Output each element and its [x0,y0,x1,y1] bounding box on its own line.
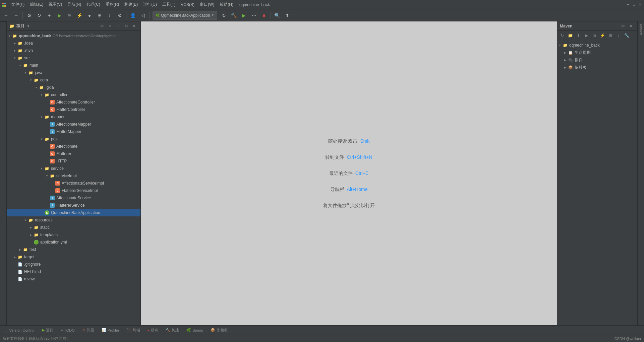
tree-java[interactable]: ▼ 📁 java [7,69,140,76]
maven-plugins[interactable]: ▶ 🔌 插件 [557,56,637,64]
back-button[interactable]: ← [1,11,11,20]
close-button[interactable]: ✕ [637,2,643,7]
tree-mvn[interactable]: ▶ 📁 .mvn [7,47,140,54]
tree-flatter-mapper[interactable]: I FlatterMapper [7,128,140,135]
build2-button[interactable]: 🔨 [229,11,239,20]
tree-main[interactable]: ▼ 📁 main [7,62,140,69]
status-tab-run[interactable]: ▶ 运行 [39,327,57,334]
menu-vcs[interactable]: VCS(S) [178,1,197,8]
menu-tools[interactable]: 工具(T) [160,1,178,8]
tree-flatterer[interactable]: C Flatterer [7,150,140,157]
forward-button[interactable]: → [11,11,21,20]
maven-download-btn[interactable]: ⬇ [575,32,582,39]
maven-toggle-btn[interactable]: ⚡ [599,32,606,39]
maven-settings-btn[interactable]: ⚙ [619,22,627,30]
tree-affectionate[interactable]: C Affectionate [7,143,140,150]
more-button[interactable]: ● [85,11,94,20]
menu-run[interactable]: 运行(U) [140,1,160,8]
tree-pojo[interactable]: ▼ 📁 pojo [7,135,140,143]
panel-dropdown-arrow[interactable]: ▼ [26,24,30,28]
sort-button[interactable]: ↕ [105,11,114,20]
maven-add-btn[interactable]: 📁 [567,32,574,39]
tree-service-impl-folder[interactable]: ▼ 📁 serviceImpl [7,172,140,180]
refresh-button[interactable]: ↻ [35,11,44,20]
tree-static[interactable]: ▶ 📁 static [7,224,140,231]
tree-affectionate-mapper[interactable]: I AffectionateMapper [7,121,140,128]
status-tab-profiler[interactable]: 📊 Profiler [98,327,123,333]
tree-affectionate-service-impl[interactable]: C AffectionateServiceImpl [7,180,140,187]
structure-tab[interactable]: 结构 [0,21,6,27]
tree-templates[interactable]: ▶ 📁 templates [7,231,140,238]
menu-file[interactable]: 文件(F) [9,1,27,8]
maven-skip-btn[interactable]: m [591,32,598,39]
tree-gitignore[interactable]: 📄 .gitignore [7,261,140,268]
tree-flatterer-service[interactable]: I FlattererService [7,202,140,209]
maven-wrench-btn[interactable]: 🔧 [623,32,630,39]
tree-controller[interactable]: ▼ 📁 controller [7,91,140,98]
tree-com[interactable]: ▼ 📁 com [7,76,140,84]
tree-flatter-controller[interactable]: C FlatterController [7,106,140,113]
tree-affectionate-controller[interactable]: C AffectionateController [7,98,140,106]
maximize-button[interactable]: □ [631,2,637,7]
maven-layout-btn[interactable]: ⊞ [607,32,614,39]
status-tab-breakpoints[interactable]: ● 断点 [144,327,162,334]
menu-refactor[interactable]: 重构(R) [103,1,122,8]
menu-view[interactable]: 视图(V) [46,1,65,8]
maven-lifecycle[interactable]: ▶ 📋 生命周期 [557,49,637,56]
run-button[interactable]: ▶ [55,11,64,20]
profile-button[interactable]: 👤 [128,11,137,20]
more2-button[interactable]: ⋯ [249,11,259,20]
menu-window[interactable]: 窗口(W) [197,1,217,8]
layout-button[interactable]: ⊞ [95,11,104,20]
maven-deps[interactable]: ▶ 📦 依赖项 [557,64,637,71]
tree-root[interactable]: ▼ 📁 qqmechine_back C:\Users\Administrato… [7,32,140,40]
status-tab-version-control[interactable]: ↕ Version Control [3,327,38,333]
menu-navigate[interactable]: 导航(N) [65,1,84,8]
tree-qqmechine-app[interactable]: S QqmechineBackApplication [7,209,140,216]
minimize-button[interactable]: ─ [625,2,631,7]
nav-button[interactable]: ◁ [138,11,148,20]
panel-layout-btn[interactable]: ≡ [106,22,114,30]
menu-build[interactable]: 构建(B) [122,1,140,8]
status-tab-problems[interactable]: ⚠ 问题 [79,327,98,334]
tree-service[interactable]: ▼ 📁 service [7,165,140,172]
panel-close-btn[interactable]: ✕ [130,22,138,30]
tree-src[interactable]: ▼ 📁 src [7,54,140,62]
tree-mvnw[interactable]: 📄 mvnw [7,275,140,283]
update-button[interactable]: ⬆ [283,11,292,20]
maven-run-btn[interactable]: ▶ [583,32,590,39]
run-config-selector[interactable]: 🌿 QqmechineBackApplication ▼ [153,11,217,20]
stop-button[interactable]: ■ [259,11,269,20]
tree-mapper[interactable]: ▼ 📁 mapper [7,113,140,121]
tree-igxia[interactable]: ▼ 📁 igxia [7,84,140,91]
tree-http[interactable]: C HTTP [7,157,140,165]
status-tab-build[interactable]: 🔨 构建 [162,327,182,334]
tree-target[interactable]: ▶ 📁 target [7,253,140,261]
panel-gear-btn[interactable]: ⚙ [122,22,130,30]
status-tab-terminal[interactable]: ⬛ 终端 [123,327,143,334]
maven-sort-btn[interactable]: ↕ [615,32,622,39]
maven-close-btn[interactable]: ✕ [627,22,635,30]
tree-affectionate-service[interactable]: I AffectionateService [7,194,140,202]
add-button[interactable]: + [45,11,54,20]
search-button[interactable]: 🔍 [273,11,282,20]
run2-button[interactable]: ▶ [239,11,249,20]
tree-help-md[interactable]: 📄 HELP.md [7,268,140,275]
maven-root[interactable]: ▼ 📁 qqmechine_back [557,42,637,49]
tree-flatterer-service-impl[interactable]: C FlattererServiceImpl [7,187,140,194]
tree-idea[interactable]: ▶ 📁 .idea [7,40,140,47]
status-tab-dependencies[interactable]: 📦 依赖项 [207,327,231,334]
maven-refresh-btn[interactable]: ↻ [559,32,566,39]
settings2-button[interactable]: ⚙ [115,11,124,20]
maven-side-tab[interactable]: Maven [638,21,644,38]
panel-settings-btn[interactable]: ⚙ [98,22,106,30]
panel-sort-btn[interactable]: ↕ [114,22,122,30]
settings-button[interactable]: ⚙ [24,11,34,20]
debug-button[interactable]: ⚡ [75,11,84,20]
maven-button[interactable]: m [65,11,74,20]
menu-edit[interactable]: 编辑(E) [27,1,46,8]
menu-help[interactable]: 帮助(H) [217,1,236,8]
tree-resources[interactable]: ▼ 📁 resources [7,216,140,224]
tree-test[interactable]: ▶ 📁 test [7,246,140,253]
status-tab-spring[interactable]: 🌿 Spring [183,327,207,333]
